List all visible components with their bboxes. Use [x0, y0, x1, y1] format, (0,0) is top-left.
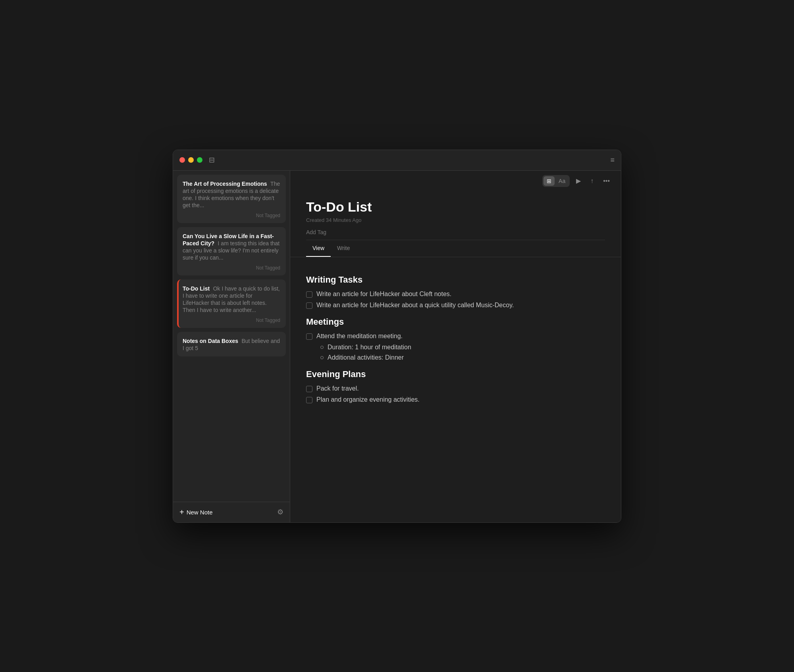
note-card-title-1: The Art of Processing Emotions [183, 181, 267, 187]
bullet-text-2: Additional activities: Dinner [328, 354, 404, 361]
note-body: Writing Tasks Write an article for LifeH… [290, 257, 621, 522]
note-card-tag-3: Not Tagged [183, 318, 280, 323]
task-item-2: Write an article for LifeHacker about a … [306, 302, 605, 309]
note-meta: Created 34 Minutes Ago [306, 217, 605, 223]
note-card-tag-1: Not Tagged [183, 213, 280, 218]
title-bar: ⊟ ≡ [173, 150, 621, 171]
task-text-5: Plan and organize evening activities. [316, 396, 420, 403]
meetings-heading: Meetings [306, 317, 605, 327]
bullet-item-1: Duration: 1 hour of meditation [320, 344, 605, 351]
close-button[interactable] [179, 157, 185, 163]
font-button[interactable]: Aa [555, 176, 569, 186]
new-note-label: New Note [187, 509, 213, 516]
task-text-4: Pack for travel. [316, 385, 359, 392]
layout-icon[interactable]: ⊟ [209, 156, 215, 164]
task-checkbox-3[interactable] [306, 333, 312, 340]
note-card-title-3: To-Do List [183, 285, 210, 292]
evening-plans-heading: Evening Plans [306, 369, 605, 379]
bullet-dot-2 [320, 356, 324, 359]
view-mode-group: ⊞ Aa [542, 175, 570, 187]
task-item-3: Attend the meditation meeting. [306, 333, 605, 340]
writing-tasks-section: Writing Tasks Write an article for LifeH… [306, 275, 605, 309]
tab-write[interactable]: Write [331, 240, 356, 257]
task-checkbox-4[interactable] [306, 386, 312, 392]
settings-button[interactable]: ⚙ [277, 508, 283, 516]
bullet-dot-1 [320, 346, 324, 349]
app-window: ⊟ ≡ The Art of Processing Emotions The a… [173, 150, 621, 523]
play-button[interactable]: ▶ [573, 175, 584, 187]
main-content: ⊞ Aa ▶ ↑ ••• To-Do List Created 34 Minut… [290, 171, 621, 522]
sidebar-footer: + New Note ⚙ [173, 502, 290, 522]
task-checkbox-1[interactable] [306, 291, 312, 298]
tag-input[interactable] [306, 229, 376, 235]
task-text-3: Attend the meditation meeting. [316, 333, 403, 340]
gallery-view-button[interactable]: ⊞ [543, 176, 555, 186]
task-item-1: Write an article for LifeHacker about Cl… [306, 291, 605, 298]
writing-tasks-heading: Writing Tasks [306, 275, 605, 285]
tab-view[interactable]: View [306, 240, 331, 257]
minimize-button[interactable] [188, 157, 194, 163]
bullet-item-2: Additional activities: Dinner [320, 354, 605, 361]
evening-plans-section: Evening Plans Pack for travel. Plan and … [306, 369, 605, 403]
task-item-4: Pack for travel. [306, 385, 605, 392]
note-card-4[interactable]: Notes on Data Boxes But believe and I go… [177, 332, 286, 356]
note-card-1[interactable]: The Art of Processing Emotions The art o… [177, 175, 286, 223]
task-item-5: Plan and organize evening activities. [306, 396, 605, 403]
more-button[interactable]: ••• [600, 175, 613, 187]
task-text-2: Write an article for LifeHacker about a … [316, 302, 514, 309]
list-icon[interactable]: ≡ [610, 156, 615, 164]
notes-list: The Art of Processing Emotions The art o… [173, 171, 290, 502]
sidebar: The Art of Processing Emotions The art o… [173, 171, 290, 522]
note-card-tag-2: Not Tagged [183, 265, 280, 271]
new-note-button[interactable]: + New Note [179, 508, 213, 516]
new-note-plus-icon: + [179, 508, 184, 516]
task-checkbox-5[interactable] [306, 397, 312, 403]
note-tabs: View Write [290, 240, 621, 257]
meetings-section: Meetings Attend the meditation meeting. … [306, 317, 605, 361]
note-title: To-Do List [306, 199, 605, 215]
maximize-button[interactable] [197, 157, 202, 163]
share-button[interactable]: ↑ [587, 175, 597, 187]
note-card-2[interactable]: Can You Live a Slow Life in a Fast-Paced… [177, 227, 286, 275]
task-checkbox-2[interactable] [306, 302, 312, 309]
bullet-text-1: Duration: 1 hour of meditation [328, 344, 411, 351]
task-text-1: Write an article for LifeHacker about Cl… [316, 291, 451, 298]
note-card-title-4: Notes on Data Boxes [183, 338, 238, 344]
note-header: To-Do List Created 34 Minutes Ago [290, 191, 621, 240]
traffic-lights [179, 157, 202, 163]
note-card-3[interactable]: To-Do List Ok I have a quick to do list,… [177, 279, 286, 328]
app-body: The Art of Processing Emotions The art o… [173, 171, 621, 522]
main-toolbar: ⊞ Aa ▶ ↑ ••• [290, 171, 621, 191]
